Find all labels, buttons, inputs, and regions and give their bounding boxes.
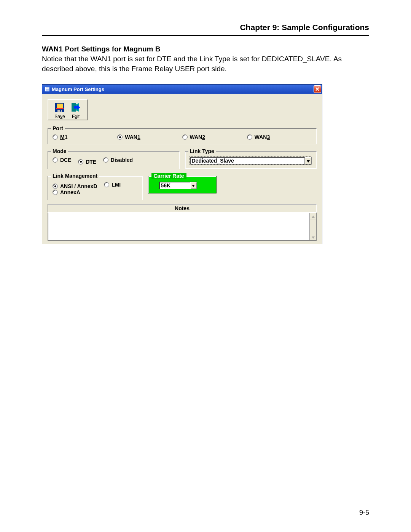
body-text: Notice that the WAN1 port is set for DTE… <box>42 54 369 73</box>
mode-group: Mode DCE DTE <box>48 151 180 169</box>
radio-mode-dte[interactable]: DTE <box>78 159 96 165</box>
radio-lm-ansi[interactable]: ANSI / AnnexD <box>53 183 97 189</box>
linkmgmt-legend: Link Management <box>51 173 99 179</box>
radio-icon <box>53 157 58 163</box>
lm-lmi-label: LMI <box>112 182 121 188</box>
radio-icon <box>117 134 123 140</box>
radio-icon <box>103 157 108 163</box>
mode-disabled-label: Disabled <box>111 157 133 163</box>
dropdown-button[interactable] <box>190 182 197 189</box>
mode-dce-label: DCE <box>60 157 72 163</box>
mode-legend: Mode <box>51 148 68 154</box>
radio-lm-lmi[interactable]: LMI <box>104 182 121 188</box>
save-mnemonic: v <box>60 114 62 119</box>
carrier-value: 56K <box>159 182 190 189</box>
radio-port-wan2[interactable]: WAN2 <box>182 134 247 140</box>
scroll-down-button[interactable] <box>310 234 316 240</box>
scroll-up-button[interactable] <box>310 213 316 219</box>
radio-lm-annexa[interactable]: AnnexA <box>53 189 80 195</box>
section-heading: WAN1 Port Settings for Magnum B <box>42 45 369 53</box>
svg-rect-7 <box>60 110 61 112</box>
radio-mode-dce[interactable]: DCE <box>53 157 72 163</box>
carrier-group: Carrier Rate 56K <box>148 176 217 193</box>
exit-button[interactable]: Exit <box>70 114 81 119</box>
app-icon <box>45 86 50 92</box>
radio-port-wan3[interactable]: WAN3 <box>247 134 312 140</box>
radio-port-m1[interactable]: M1 <box>53 134 117 140</box>
notes-legend: Notes <box>48 204 317 212</box>
radio-icon <box>78 159 83 165</box>
save-button[interactable]: Save <box>54 114 65 119</box>
port-group: Port M1 WAN1 WAN2 <box>48 128 317 144</box>
svg-marker-12 <box>307 160 310 163</box>
chapter-title: Chapter 9: Sample Configurations <box>42 23 369 32</box>
linkmgmt-group: Link Management ANSI / AnnexD LMI <box>48 176 143 201</box>
notes-textarea[interactable] <box>48 213 309 240</box>
linktype-legend: Link Type <box>188 148 216 154</box>
linktype-combo[interactable]: Dedicated_Slave <box>190 157 312 165</box>
radio-port-wan1[interactable]: WAN1 <box>117 134 182 140</box>
radio-icon <box>104 182 109 187</box>
radio-icon <box>182 134 188 140</box>
svg-rect-6 <box>57 110 62 112</box>
divider <box>42 35 369 36</box>
notes-area <box>48 212 317 241</box>
close-icon <box>315 86 319 92</box>
lm-annexa-label: AnnexA <box>60 189 80 195</box>
save-icon[interactable] <box>54 102 65 113</box>
linktype-group: Link Type Dedicated_Slave <box>185 151 317 169</box>
titlebar: Magnum Port Settings <box>42 85 322 94</box>
toolbar: Save Exit <box>48 99 88 120</box>
radio-icon <box>53 184 58 189</box>
dialog-title: Magnum Port Settings <box>52 86 104 92</box>
chevron-down-icon <box>307 158 310 164</box>
page-number: 9-5 <box>359 509 369 517</box>
svg-marker-13 <box>192 185 195 187</box>
svg-marker-15 <box>312 236 315 239</box>
radio-icon <box>53 134 58 140</box>
radio-icon <box>247 134 252 140</box>
port-settings-dialog: Magnum Port Settings <box>42 84 322 244</box>
linktype-value: Dedicated_Slave <box>190 157 305 164</box>
lm-ansi-label: ANSI / AnnexD <box>60 183 97 189</box>
chevron-up-icon <box>312 213 315 219</box>
mode-dte-label: DTE <box>86 159 96 165</box>
scrollbar[interactable] <box>309 213 316 240</box>
exit-icon[interactable] <box>70 102 81 113</box>
carrier-legend: Carrier Rate <box>151 173 186 179</box>
chevron-down-icon <box>192 182 195 188</box>
radio-icon <box>53 190 58 195</box>
carrier-combo[interactable]: 56K <box>159 182 197 189</box>
port-legend: Port <box>51 125 65 131</box>
chevron-down-icon <box>312 234 315 240</box>
svg-rect-4 <box>57 104 63 108</box>
close-button[interactable] <box>314 85 321 93</box>
svg-rect-1 <box>46 88 49 88</box>
dropdown-button[interactable] <box>304 157 311 164</box>
svg-marker-14 <box>312 216 315 218</box>
radio-mode-disabled[interactable]: Disabled <box>103 157 133 163</box>
svg-rect-2 <box>46 89 49 91</box>
exit-mnemonic: x <box>75 114 77 119</box>
